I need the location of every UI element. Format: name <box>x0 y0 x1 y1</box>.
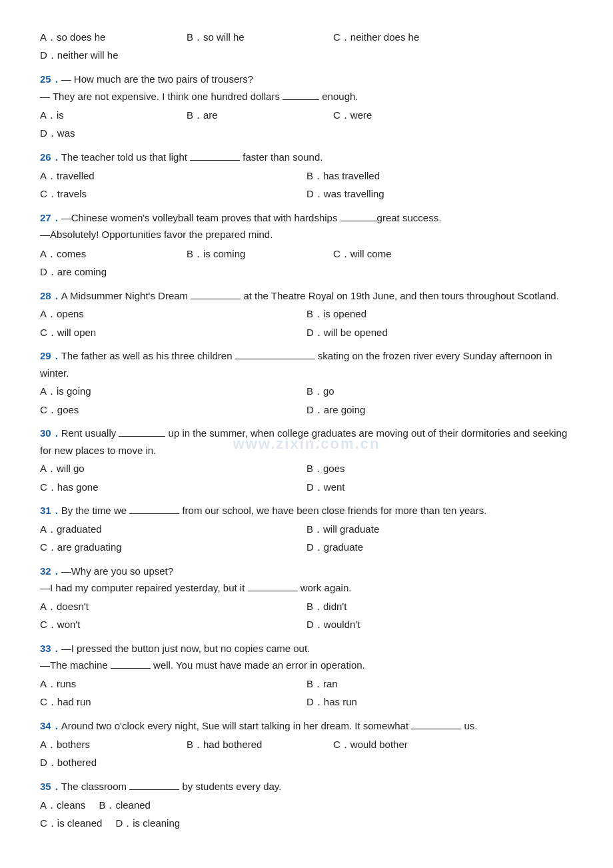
q30-option-d: D．went <box>306 479 573 496</box>
q35-option-b: B．cleaned <box>99 797 151 814</box>
q29-number: 29． <box>40 350 61 361</box>
q34-option-c: C．would bother <box>333 735 480 753</box>
q25-text2: — They are not expensive. I think one hu… <box>40 91 358 102</box>
q31-option-c: C．are graduating <box>40 539 306 556</box>
option-b: B．so will he <box>187 28 333 46</box>
q27-option-c: C．will come <box>333 245 480 263</box>
q27-text1: —Chinese women's volleyball team proves … <box>61 212 442 223</box>
q29-option-a: A．is going <box>40 383 306 400</box>
q33-option-a: A．runs <box>40 675 306 693</box>
q28-text: A Midsummer Night's Dream at the Theatre… <box>61 290 559 301</box>
q27-text2: —Absolutely! Opportunities favor the pre… <box>40 226 573 243</box>
q29-text: The father as well as his three children… <box>40 350 552 379</box>
q33-option-c: C．had run <box>40 693 306 711</box>
q31-text: By the time we from our school, we have … <box>61 505 487 516</box>
q30-option-b: B．goes <box>306 460 573 477</box>
q30-text: Rent usually up in the summer, when coll… <box>40 427 567 456</box>
q33-text1: —I pressed the button just now, but no c… <box>61 643 310 654</box>
q27-option-b: B．is coming <box>187 245 333 263</box>
q31-option-b: B．will graduate <box>306 521 573 538</box>
q33-text2: —The machine well. You must have made an… <box>40 659 365 671</box>
q27-number: 27． <box>40 212 61 223</box>
q30-number: 30． <box>40 427 61 439</box>
q29-option-c: C．goes <box>40 401 306 419</box>
q26-option-d: D．was travelling <box>306 185 573 203</box>
q34-text: Around two o'clock every night, Sue will… <box>61 720 478 731</box>
q32-number: 32． <box>40 565 61 577</box>
q35-option-a: A．cleans <box>40 797 85 814</box>
q28-option-d: D．will be opened <box>306 324 573 341</box>
q29: 29．The father as well as his three child… <box>40 347 573 418</box>
q34: 34．Around two o'clock every night, Sue w… <box>40 717 573 772</box>
q32-option-b: B．didn't <box>306 598 573 615</box>
q29-option-b: B．go <box>306 383 573 400</box>
q30: 30．Rent usually up in the summer, when c… <box>40 425 573 495</box>
option-c: C．neither does he <box>333 28 480 46</box>
q27-option-d: D．are coming <box>40 263 187 281</box>
q35-number: 35． <box>40 781 61 792</box>
q33-option-b: B．ran <box>306 675 573 693</box>
q32-option-d: D．wouldn't <box>306 616 573 633</box>
q32-text2: —I had my computer repaired yesterday, b… <box>40 582 351 593</box>
q33-number: 33． <box>40 643 61 654</box>
q32-option-a: A．doesn't <box>40 598 306 615</box>
q31-number: 31． <box>40 505 61 516</box>
q27-option-a: A．comes <box>40 245 187 263</box>
q35-text: The classroom by students every day. <box>61 781 282 792</box>
q34-number: 34． <box>40 720 61 731</box>
q33: 33．—I pressed the button just now, but n… <box>40 640 573 711</box>
q35-option-c: C．is cleaned <box>40 815 102 832</box>
q25-text1: — How much are the two pairs of trousers… <box>61 73 253 85</box>
q28: 28．A Midsummer Night's Dream at the Thea… <box>40 287 573 341</box>
q32: 32．—Why are you so upset? —I had my comp… <box>40 563 573 633</box>
q27: 27．—Chinese women's volleyball team prov… <box>40 209 573 281</box>
q31: 31．By the time we from our school, we ha… <box>40 502 573 556</box>
q28-option-b: B．is opened <box>306 305 573 323</box>
q25-option-c: C．were <box>333 106 480 124</box>
q31-option-a: A．graduated <box>40 521 306 538</box>
q26-number: 26． <box>40 151 61 163</box>
q26-option-b: B．has travelled <box>306 167 573 185</box>
q28-option-c: C．will open <box>40 324 306 341</box>
q25-option-d: D．was <box>40 124 187 142</box>
q31-option-d: D．graduate <box>306 539 573 556</box>
q29-option-d: D．are going <box>306 401 573 419</box>
q25-option-a: A．is <box>40 106 187 124</box>
q28-option-a: A．opens <box>40 305 306 323</box>
q30-option-c: C．has gone <box>40 479 306 496</box>
q-pre25: A．so does he B．so will he C．neither does… <box>40 28 573 64</box>
q32-option-c: C．won't <box>40 616 306 633</box>
q26-option-a: A．travelled <box>40 167 306 185</box>
q33-option-d: D．has run <box>306 693 573 711</box>
q25-number: 25． <box>40 73 61 85</box>
q30-option-a: A．will go <box>40 460 306 477</box>
q35: 35．The classroom by students every day. … <box>40 778 573 832</box>
q34-option-a: A．bothers <box>40 735 187 753</box>
q26-option-c: C．travels <box>40 185 306 203</box>
q25: 25．— How much are the two pairs of trous… <box>40 71 573 142</box>
q26: 26．The teacher told us that light faster… <box>40 149 573 203</box>
q34-option-d: D．bothered <box>40 753 187 771</box>
q32-text1: —Why are you so upset? <box>61 565 173 577</box>
option-a: A．so does he <box>40 28 187 46</box>
q28-number: 28． <box>40 290 61 301</box>
q25-option-b: B．are <box>187 106 333 124</box>
option-d: D．neither will he <box>40 46 187 64</box>
q26-text: The teacher told us that light faster th… <box>61 151 323 163</box>
q35-option-d: D．is cleaning <box>115 815 180 832</box>
q34-option-b: B．had bothered <box>187 735 333 753</box>
